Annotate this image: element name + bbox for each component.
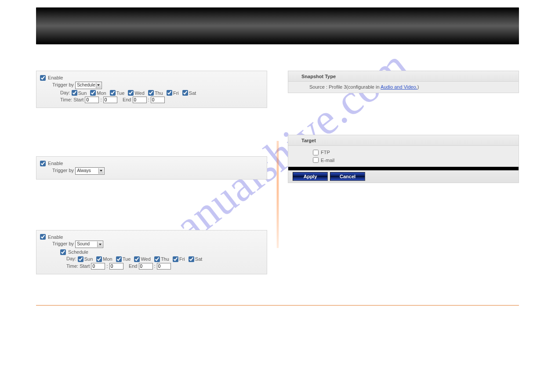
day-tue-label: Tue — [116, 90, 125, 96]
enable-checkbox[interactable] — [40, 75, 46, 81]
enable-checkbox[interactable] — [40, 234, 46, 240]
chevron-down-icon — [98, 168, 104, 174]
day-fri-checkbox[interactable] — [167, 90, 172, 96]
day-thu-checkbox[interactable] — [154, 256, 160, 262]
button-bar: Apply Cancel — [288, 170, 519, 183]
day-sat-label: Sat — [195, 256, 203, 262]
day-wed-label: Wed — [134, 90, 144, 96]
day-sat-label: Sat — [189, 90, 196, 96]
snapshot-type-panel: Snapshot Type Source : Profile 3(configu… — [288, 71, 519, 93]
day-mon-checkbox[interactable] — [96, 256, 102, 262]
start-min-input[interactable] — [103, 97, 117, 103]
trigger-by-value: Sound — [77, 241, 90, 246]
trigger-by-value: Always — [77, 168, 91, 173]
header-banner — [36, 7, 519, 44]
day-wed-checkbox[interactable] — [128, 90, 134, 96]
colon: : — [154, 263, 156, 269]
end-hour-input[interactable] — [133, 97, 147, 103]
email-label: E-mail — [321, 158, 334, 163]
column-divider — [276, 141, 279, 248]
day-thu-label: Thu — [161, 256, 169, 262]
days-label: Day: — [66, 256, 76, 261]
day-sun-checkbox[interactable] — [72, 90, 77, 96]
trigger-by-select[interactable]: Schedule — [75, 82, 102, 89]
day-sat-checkbox[interactable] — [189, 256, 194, 262]
day-mon-label: Mon — [97, 90, 106, 96]
cancel-button[interactable]: Cancel — [330, 172, 365, 181]
trigger-by-label: Trigger by — [52, 241, 74, 246]
day-sun-label: Sun — [78, 90, 87, 96]
schedule-label: Schedule — [68, 249, 88, 255]
day-tue-checkbox[interactable] — [116, 256, 122, 262]
schedule-checkbox[interactable] — [60, 249, 66, 255]
day-wed-checkbox[interactable] — [134, 256, 140, 262]
enable-checkbox[interactable] — [40, 161, 46, 166]
time-end-label: End — [123, 97, 131, 102]
day-tue-label: Tue — [123, 256, 131, 262]
trigger-panel-always: Enable Trigger by Always — [36, 156, 267, 180]
end-hour-input[interactable] — [139, 263, 153, 270]
trigger-panel-sound: Enable Trigger by Sound Schedule Day: Su… — [36, 230, 267, 274]
separator-bar — [288, 167, 519, 170]
enable-label: Enable — [48, 234, 63, 240]
day-thu-checkbox[interactable] — [148, 90, 154, 96]
day-fri-label: Fri — [179, 256, 185, 262]
colon: : — [107, 263, 108, 269]
ftp-checkbox[interactable] — [313, 150, 319, 155]
time-row: Time: Start : End : — [40, 263, 263, 270]
days-row: Day: Sun Mon Tue Wed Thu Fri Sat — [40, 90, 263, 96]
end-min-input[interactable] — [157, 263, 171, 270]
colon: : — [148, 97, 149, 102]
apply-button[interactable]: Apply — [293, 172, 328, 181]
email-checkbox[interactable] — [313, 157, 319, 163]
trigger-panel-schedule: Enable Trigger by Schedule Day: Sun Mon … — [36, 71, 267, 108]
footer-divider — [36, 305, 519, 306]
start-min-input[interactable] — [109, 263, 123, 270]
snapshot-source-prefix: Source : Profile 3(configurable in — [309, 84, 381, 90]
end-min-input[interactable] — [151, 97, 165, 103]
days-row: Day: Sun Mon Tue Wed Thu Fri Sat — [40, 256, 263, 262]
start-hour-input[interactable] — [91, 263, 105, 270]
trigger-by-label: Trigger by — [52, 82, 74, 87]
trigger-by-select[interactable]: Sound — [75, 241, 103, 248]
time-start-label: Time: Start — [60, 97, 83, 102]
day-sun-checkbox[interactable] — [78, 256, 83, 262]
snapshot-source-suffix: ) — [417, 84, 419, 90]
ftp-label: FTP — [321, 150, 330, 155]
enable-label: Enable — [48, 75, 63, 80]
trigger-by-value: Schedule — [77, 83, 95, 87]
day-sat-checkbox[interactable] — [182, 90, 188, 96]
day-wed-label: Wed — [141, 256, 150, 262]
chevron-down-icon — [97, 241, 102, 247]
days-label: Day: — [60, 90, 70, 95]
day-fri-label: Fri — [173, 90, 179, 96]
start-hour-input[interactable] — [85, 97, 99, 103]
target-header: Target — [288, 135, 519, 146]
snapshot-type-body: Source : Profile 3(configurable in Audio… — [288, 82, 519, 93]
target-panel: Target FTP E-mail Apply Cancel — [288, 135, 519, 183]
colon: : — [101, 97, 102, 102]
day-tue-checkbox[interactable] — [110, 90, 116, 96]
time-row: Time: Start : End : — [40, 97, 263, 103]
snapshot-type-header: Snapshot Type — [288, 71, 519, 82]
day-thu-label: Thu — [155, 90, 163, 96]
audio-video-link[interactable]: Audio and Video. — [381, 84, 417, 90]
day-mon-label: Mon — [103, 256, 112, 262]
day-sun-label: Sun — [84, 256, 93, 262]
trigger-by-select[interactable]: Always — [75, 167, 105, 175]
day-mon-checkbox[interactable] — [90, 90, 96, 96]
enable-label: Enable — [48, 161, 63, 166]
chevron-down-icon — [96, 83, 101, 88]
time-end-label: End — [129, 263, 138, 269]
time-start-label: Time: Start — [66, 263, 90, 269]
day-fri-checkbox[interactable] — [173, 256, 178, 262]
trigger-by-label: Trigger by — [52, 168, 74, 173]
